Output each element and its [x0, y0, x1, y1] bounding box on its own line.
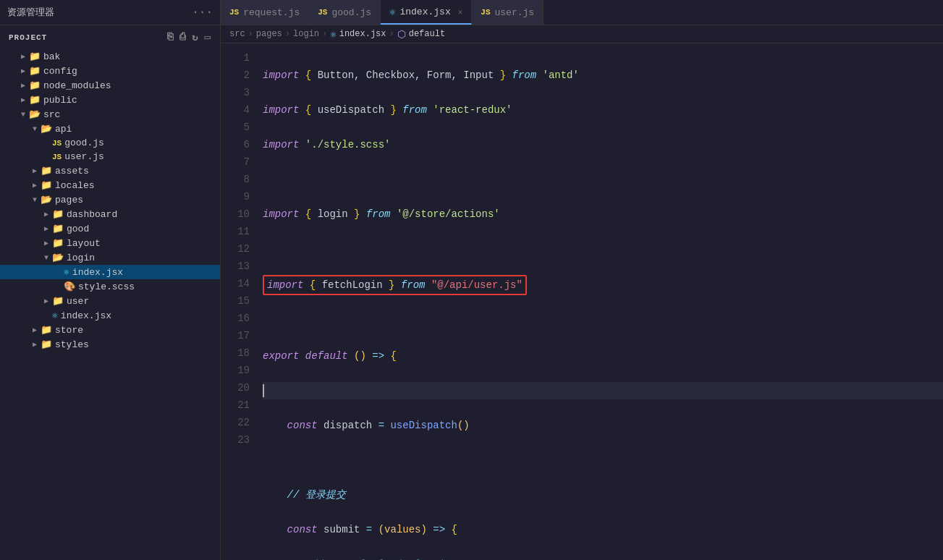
folder-open-icon: 📂: [41, 123, 52, 135]
breadcrumb-default: default: [409, 29, 445, 39]
folder-open-icon: 📂: [29, 109, 41, 120]
arrow-icon: ▶: [41, 297, 52, 305]
item-label: pages: [55, 195, 83, 205]
item-label: src: [43, 109, 60, 120]
tab-label: good.js: [331, 7, 371, 18]
explorer-more-icon[interactable]: ···: [192, 6, 213, 19]
arrow-icon: ▶: [41, 210, 52, 219]
line-numbers: 1 2 3 4 5 6 7 8 9 10 11 12 13 14 15 16 1…: [221, 43, 257, 560]
collapse-icon[interactable]: ▭: [205, 31, 211, 43]
tree-item-pages[interactable]: ▼ 📂 pages: [0, 192, 220, 207]
arrow-icon: ▼: [29, 196, 41, 204]
arrow-icon: ▶: [41, 224, 52, 233]
code-line-6: [263, 240, 943, 258]
title-bar: 资源管理器 ··· JS request.js JS good.js ⚛ ind…: [0, 0, 943, 25]
breadcrumb-default-icon: ⬡: [397, 28, 406, 41]
tree-item-dashboard[interactable]: ▶ 📁 dashboard: [0, 207, 220, 221]
code-line-9: export default () => {: [263, 347, 943, 365]
tab-good-js[interactable]: JS good.js: [309, 0, 381, 25]
code-line-5: import { login } from '@/store/actions': [263, 205, 943, 223]
tab-request-js[interactable]: JS request.js: [221, 0, 309, 25]
js-icon: JS: [481, 8, 490, 17]
folder-icon: 📁: [29, 51, 41, 62]
tab-index-jsx[interactable]: ⚛ index.jsx ✕: [381, 0, 472, 25]
folder-icon: 📁: [41, 165, 52, 177]
tree-item-store[interactable]: ▶ 📁 store: [0, 323, 220, 337]
item-label: style.scss: [78, 281, 135, 292]
explorer-label: 资源管理器: [7, 6, 54, 19]
item-label: login: [67, 253, 95, 263]
tab-label: index.jsx: [399, 7, 450, 17]
arrow-icon: ▶: [41, 239, 52, 247]
new-file-icon[interactable]: ⎘: [167, 31, 174, 43]
tree-item-assets[interactable]: ▶ 📁 assets: [0, 164, 220, 178]
item-label: user: [67, 296, 89, 307]
tree-item-style-scss[interactable]: 🎨 style.scss: [0, 279, 220, 294]
code-line-8: [263, 313, 943, 330]
code-line-11: const dispatch = useDispatch(): [263, 417, 943, 434]
tab-label: request.js: [243, 7, 300, 18]
item-label: styles: [55, 339, 89, 350]
tree-item-layout[interactable]: ▶ 📁 layout: [0, 236, 220, 250]
tree-item-public[interactable]: ▶ 📁 public: [0, 93, 220, 107]
tree-item-user-folder[interactable]: ▶ 📁 user: [0, 294, 220, 308]
code-line-3: import './style.scss': [263, 136, 943, 153]
tree-item-config[interactable]: ▶ 📁 config: [0, 64, 220, 78]
code-line-13: // 登录提交: [263, 486, 943, 504]
tree-item-user-js[interactable]: JS user.js: [0, 150, 220, 164]
tree-item-locales[interactable]: ▶ 📁 locales: [0, 178, 220, 192]
tree-item-good-folder[interactable]: ▶ 📁 good: [0, 221, 220, 236]
tree-item-bak[interactable]: ▶ 📁 bak: [0, 49, 220, 64]
tree-item-styles[interactable]: ▶ 📁 styles: [0, 337, 220, 352]
arrow-icon: ▼: [29, 125, 41, 133]
jsx-file-icon: ⚛: [52, 310, 58, 321]
item-label: bak: [43, 51, 60, 62]
folder-icon: 📁: [52, 223, 64, 234]
code-line-15: // console.log(values);: [263, 556, 943, 560]
code-editor[interactable]: 1 2 3 4 5 6 7 8 9 10 11 12 13 14 15 16 1…: [221, 43, 943, 560]
tree-item-index-jsx-pages[interactable]: ⚛ index.jsx: [0, 308, 220, 323]
breadcrumb-login: login: [293, 29, 319, 39]
item-label: dashboard: [67, 209, 117, 220]
code-line-1: import { Button, Checkbox, Form, Input }…: [263, 67, 943, 84]
arrow-icon: ▶: [29, 166, 41, 175]
arrow-icon: ▼: [17, 111, 29, 119]
arrow-icon: ▶: [17, 81, 29, 90]
item-label: api: [55, 124, 72, 135]
jsx-file-icon: ⚛: [64, 266, 69, 278]
tree-item-login[interactable]: ▼ 📂 login: [0, 250, 220, 265]
main-layout: PROJECT ⎘ ⎙ ↻ ▭ ▶ 📁 bak ▶ 📁 config ▶ 📁 n…: [0, 25, 943, 560]
new-folder-icon[interactable]: ⎙: [179, 31, 186, 43]
tree-item-src[interactable]: ▼ 📂 src: [0, 107, 220, 122]
tree-item-node-modules[interactable]: ▶ 📁 node_modules: [0, 78, 220, 93]
item-label: index.jsx: [72, 267, 123, 278]
arrow-icon: ▶: [17, 96, 29, 104]
editor-area: src › pages › login › ⚛ index.jsx › ⬡ de…: [221, 25, 943, 560]
sidebar-title: PROJECT ⎘ ⎙ ↻ ▭: [0, 25, 220, 49]
folder-icon: 📁: [29, 94, 41, 106]
js-icon: JS: [229, 8, 239, 17]
tree-item-index-jsx[interactable]: ⚛ index.jsx: [0, 265, 220, 279]
tab-label: user.js: [495, 7, 535, 18]
js-file-icon: JS: [52, 153, 62, 161]
js-icon: JS: [318, 8, 327, 17]
react-icon: ⚛: [389, 6, 395, 18]
sidebar: PROJECT ⎘ ⎙ ↻ ▭ ▶ 📁 bak ▶ 📁 config ▶ 📁 n…: [0, 25, 221, 560]
tab-close-icon[interactable]: ✕: [458, 7, 463, 17]
scss-file-icon: 🎨: [64, 281, 75, 292]
item-label: assets: [55, 166, 89, 177]
code-content[interactable]: import { Button, Checkbox, Form, Input }…: [257, 43, 943, 560]
tree-item-api[interactable]: ▼ 📂 api: [0, 122, 220, 136]
arrow-icon: ▶: [29, 181, 41, 190]
arrow-icon: ▶: [17, 52, 29, 61]
tree-item-good-js[interactable]: JS good.js: [0, 136, 220, 150]
refresh-icon[interactable]: ↻: [192, 31, 198, 43]
breadcrumb-index-jsx: index.jsx: [339, 29, 386, 39]
code-line-4: [263, 171, 943, 188]
code-line-12: [263, 451, 943, 469]
folder-open-icon: 📂: [52, 252, 64, 263]
arrow-icon: ▶: [29, 340, 41, 349]
folder-icon: 📁: [41, 324, 52, 336]
tab-user-js[interactable]: JS user.js: [472, 0, 544, 25]
item-label: user.js: [64, 151, 104, 162]
